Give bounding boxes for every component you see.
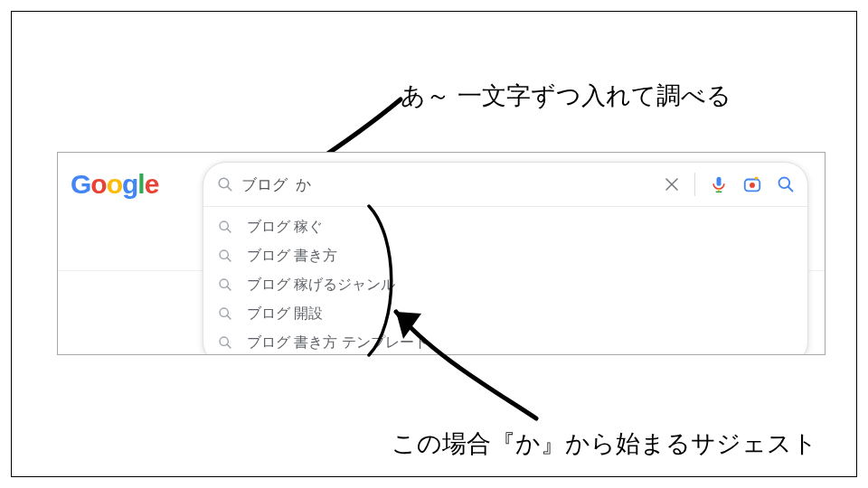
logo-letter: o: [90, 169, 106, 199]
svg-line-20: [227, 315, 231, 319]
mic-icon[interactable]: [710, 175, 728, 193]
svg-rect-10: [755, 177, 759, 180]
search-button-icon[interactable]: [777, 175, 795, 193]
divider: [694, 173, 695, 196]
outer-frame: あ～ 一文字ずつ入れて調べる Google: [11, 11, 857, 477]
search-bar-icons: [664, 173, 795, 196]
logo-letter: e: [145, 169, 159, 199]
logo-letter: g: [122, 169, 137, 199]
suggestion-item[interactable]: ブログ 書き方: [203, 241, 807, 270]
svg-line-12: [788, 187, 793, 192]
annotation-top: あ～ 一文字ずつ入れて調べる: [401, 80, 731, 112]
search-icon: [216, 277, 234, 292]
suggestion-item[interactable]: ブログ 稼げるジャンル: [203, 270, 807, 299]
svg-line-22: [227, 344, 231, 348]
google-logo[interactable]: Google: [71, 169, 158, 200]
svg-line-16: [227, 258, 231, 261]
logo-letter: G: [71, 169, 90, 199]
logo-letter: o: [107, 169, 122, 199]
clear-icon[interactable]: [664, 176, 680, 192]
search-icon: [216, 176, 234, 192]
suggestion-text: ブログ 稼ぐ: [247, 218, 323, 237]
search-icon: [216, 249, 234, 263]
search-icon: [216, 220, 234, 234]
suggestion-item[interactable]: ブログ 開設: [203, 299, 807, 328]
svg-line-2: [227, 186, 231, 191]
suggestion-item[interactable]: ブログ 書き方 テンプレート: [203, 328, 807, 355]
google-search-panel: Google: [57, 152, 826, 355]
svg-line-18: [227, 286, 231, 290]
annotation-bottom: この場合『か』から始まるサジェスト: [392, 427, 817, 460]
suggestion-text: ブログ 開設: [247, 305, 323, 324]
suggestion-text: ブログ 書き方: [247, 247, 337, 266]
suggestion-text: ブログ 稼げるジャンル: [247, 276, 395, 295]
suggestion-text: ブログ 書き方 テンプレート: [247, 333, 429, 352]
search-icon: [216, 335, 234, 350]
search-bar: [203, 163, 807, 206]
camera-icon[interactable]: [742, 174, 762, 194]
search-input[interactable]: [234, 175, 664, 193]
suggestions-list: ブログ 稼ぐ ブログ 書き方 ブログ 稼げるジャンル ブログ 開設 ブログ 書き…: [203, 206, 807, 355]
svg-line-14: [227, 229, 231, 232]
logo-letter: l: [137, 169, 144, 199]
search-icon: [216, 306, 234, 321]
suggestion-item[interactable]: ブログ 稼ぐ: [203, 212, 807, 241]
svg-rect-5: [717, 177, 722, 186]
svg-point-9: [750, 183, 755, 188]
search-box: ブログ 稼ぐ ブログ 書き方 ブログ 稼げるジャンル ブログ 開設 ブログ 書き…: [203, 162, 808, 355]
